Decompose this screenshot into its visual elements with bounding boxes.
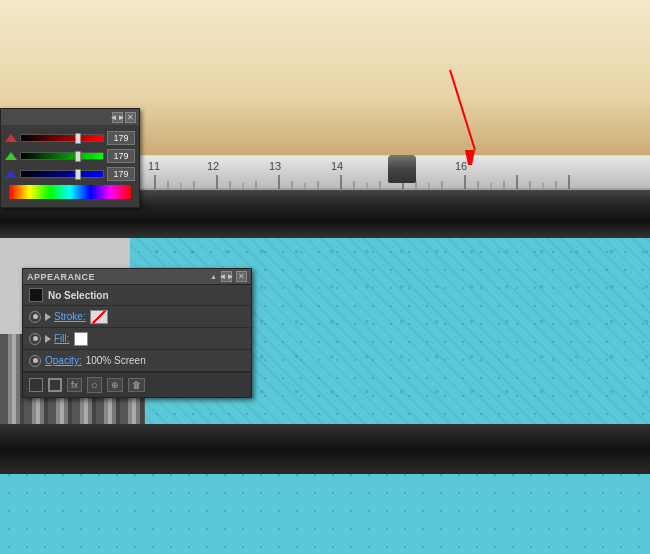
svg-text:12: 12 <box>207 160 219 172</box>
svg-line-38 <box>450 70 475 150</box>
svg-text:13: 13 <box>269 160 281 172</box>
red-slider-thumb[interactable] <box>75 133 81 144</box>
red-slider-value[interactable]: 179 <box>107 131 135 145</box>
no-selection-label: No Selection <box>48 290 109 301</box>
green-slider-row: 179 <box>5 149 135 163</box>
fill-row: Fill: <box>23 328 251 350</box>
red-slider-row: 179 <box>5 131 135 145</box>
color-panel: ◄► ✕ 179 179 <box>0 108 140 208</box>
no-selection-row: No Selection <box>23 285 251 306</box>
red-slider-track[interactable] <box>20 134 104 142</box>
fill-swatch[interactable] <box>74 332 88 346</box>
duplicate-item-btn[interactable]: ⊕ <box>107 378 123 392</box>
green-channel-icon <box>5 152 17 160</box>
stroke-visibility-eye[interactable] <box>29 311 41 323</box>
blue-channel-icon <box>5 170 17 178</box>
appearance-footer: fx ○ ⊕ 🗑 <box>23 372 251 397</box>
svg-marker-42 <box>5 170 17 178</box>
black-swatch <box>29 288 43 302</box>
blue-slider-value[interactable]: 179 <box>107 167 135 181</box>
appearance-panel-title: APPEARANCE <box>27 272 95 282</box>
color-panel-close-btn[interactable]: ✕ <box>125 112 136 123</box>
color-panel-header: ◄► ✕ <box>1 109 139 125</box>
ruler-tab-marker <box>388 155 416 183</box>
color-spectrum[interactable] <box>9 185 131 199</box>
svg-text:14: 14 <box>331 160 343 172</box>
red-channel-icon <box>5 134 17 142</box>
green-slider-thumb[interactable] <box>75 151 81 162</box>
appearance-panel-body: No Selection Stroke: Fill: Opacity: 100%… <box>23 285 251 372</box>
stroke-expand-arrow[interactable] <box>45 313 51 321</box>
appearance-panel: APPEARANCE ▲ ◄► ✕ No Selection Stroke: F… <box>22 268 252 398</box>
svg-marker-40 <box>5 134 17 142</box>
cyan-bottom-pattern <box>0 466 650 554</box>
svg-marker-41 <box>5 152 17 160</box>
green-slider-track[interactable] <box>20 152 104 160</box>
fill-label[interactable]: Fill: <box>54 333 70 344</box>
appearance-panel-close-btn[interactable]: ✕ <box>236 271 247 282</box>
color-sliders-container: 179 179 179 <box>1 125 139 207</box>
appearance-panel-header: APPEARANCE ▲ ◄► ✕ <box>23 269 251 285</box>
pipe-bottom <box>0 424 650 474</box>
cyan-bottom <box>0 466 650 554</box>
footer-fill-swatch[interactable] <box>29 378 43 392</box>
svg-marker-39 <box>465 150 475 165</box>
stroke-swatch[interactable] <box>90 310 108 324</box>
opacity-label[interactable]: Opacity: <box>45 355 82 366</box>
scroll-up-icon[interactable]: ▲ <box>210 273 217 280</box>
opacity-visibility-eye[interactable] <box>29 355 41 367</box>
svg-text:11: 11 <box>148 160 160 172</box>
stroke-row: Stroke: <box>23 306 251 328</box>
add-new-effect-btn[interactable]: fx <box>67 378 82 392</box>
footer-stroke-swatch[interactable] <box>48 378 62 392</box>
fill-visibility-eye[interactable] <box>29 333 41 345</box>
red-arrow-annotation <box>420 60 490 170</box>
green-slider-value[interactable]: 179 <box>107 149 135 163</box>
blue-slider-thumb[interactable] <box>75 169 81 180</box>
delete-item-btn[interactable]: 🗑 <box>128 378 145 392</box>
appearance-header-buttons: ▲ ◄► ✕ <box>210 271 247 282</box>
opacity-value[interactable]: 100% Screen <box>86 355 146 366</box>
fill-expand-arrow[interactable] <box>45 335 51 343</box>
blue-slider-track[interactable] <box>20 170 104 178</box>
appearance-panel-collapse-btn[interactable]: ◄► <box>221 271 232 282</box>
add-fill-btn[interactable]: ○ <box>87 377 102 393</box>
color-panel-collapse-btn[interactable]: ◄► <box>112 112 123 123</box>
opacity-row: Opacity: 100% Screen <box>23 350 251 372</box>
blue-slider-row: 179 <box>5 167 135 181</box>
stroke-label[interactable]: Stroke: <box>54 311 86 322</box>
